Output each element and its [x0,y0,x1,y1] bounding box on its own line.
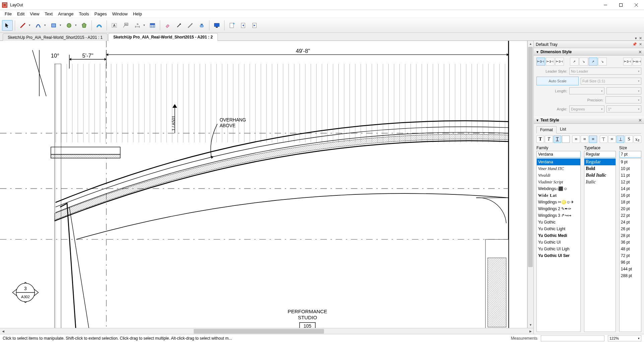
dim-gap-icon[interactable]: ⊢3⊣ [623,58,632,66]
valign-top-button[interactable]: ⊤ [600,136,607,143]
select-tool[interactable] [2,20,13,31]
subtab-format[interactable]: Format [536,126,557,134]
size-option[interactable]: 9 pt [620,159,641,165]
family-option[interactable]: Yu Gothic UI Ser [537,252,580,259]
dim-align-perp-icon[interactable]: ↘ [598,58,607,66]
dim-text-above-icon[interactable]: ⊢3⊣ [536,58,545,66]
split-tool[interactable] [185,20,196,31]
angle-prec-select[interactable]: 1° [606,105,642,112]
size-option[interactable]: 12 pt [620,179,641,185]
join-tool[interactable] [196,20,207,31]
panel-dimension-style-header[interactable]: ▼ Dimension Style ✕ [534,48,644,56]
menu-help[interactable]: Help [130,10,145,17]
dim-text-center-icon[interactable]: ⊢3⊣ [546,58,555,66]
strikethrough-button[interactable]: S [625,136,633,143]
family-option[interactable]: Verdana [537,159,580,165]
scroll-down-icon[interactable]: ▼ [528,322,533,328]
size-option[interactable]: 14 pt [620,185,641,192]
size-option[interactable]: 16 pt [620,192,641,199]
menu-text[interactable]: Text [42,10,55,17]
size-option[interactable]: 10 pt [620,165,641,172]
precision-select[interactable] [605,96,641,103]
family-option[interactable]: Yu Gothic UI [537,239,580,246]
family-option[interactable]: Vivaldi [537,172,580,179]
polygon-tool[interactable] [79,20,89,31]
menu-window[interactable]: Window [110,10,130,17]
color-button[interactable] [562,136,570,143]
tray-header[interactable]: Default Tray 📌✕ [534,41,644,48]
arc-tool[interactable] [33,20,47,31]
drawing-canvas[interactable]: 3 A302 OVERHANG ABOVE 1 / A501 P [0,41,527,328]
circle-tool[interactable] [63,20,78,31]
menu-edit[interactable]: Edit [14,10,27,17]
menu-view[interactable]: View [27,10,42,17]
dimension-tool[interactable] [132,20,146,31]
underline-button[interactable]: T [554,136,561,143]
scroll-up-icon[interactable]: ▲ [528,41,533,47]
text-tool[interactable]: A [109,20,120,31]
typeface-option[interactable]: Regular [584,159,616,165]
family-option[interactable]: Wingdings 3 ↱↪↣ [537,212,580,219]
maximize-button[interactable] [613,0,629,10]
leader-style-select[interactable]: No Leader [569,68,641,75]
family-option[interactable]: Webdings⌂⬛☺ [537,185,580,192]
size-option[interactable]: 144 pt [620,266,641,272]
dim-align-v-icon[interactable]: ↘ [579,58,588,66]
table-tool[interactable] [147,20,158,31]
minimize-button[interactable] [598,0,613,10]
subscript-button[interactable]: x₂ [634,136,641,143]
vertical-scrollbar[interactable]: ▲ ▼ [527,41,533,328]
family-option[interactable]: Yu Gothic Medi [537,232,580,239]
bold-button[interactable]: T [536,136,544,143]
size-option[interactable]: 24 pt [620,219,641,226]
size-option[interactable]: 96 pt [620,259,641,266]
scrollbar-thumb[interactable] [528,47,533,267]
add-page-tool[interactable]: + [227,20,237,31]
align-center-button[interactable]: ≡ [581,136,588,143]
close-button[interactable] [629,0,644,10]
document-tab-active[interactable]: SketchUp Pro_AIA_Real-World_Short2015 - … [108,33,218,41]
horizontal-scrollbar[interactable]: ◀ ▶ [0,328,533,334]
family-option[interactable]: Vladimir Script [537,179,580,185]
tab-dropdown-icon[interactable]: ▾ [635,36,637,40]
next-page-tool[interactable] [249,20,260,31]
dim-ext-icon[interactable]: ⊢m⊣ [633,58,641,66]
menu-arrange[interactable]: Arrange [55,10,76,17]
size-option[interactable]: 18 pt [620,199,641,205]
scroll-left-icon[interactable]: ◀ [0,329,6,334]
rectangle-tool[interactable] [48,20,63,31]
typeface-list[interactable]: RegularBoldBold ItalicItalic [584,158,616,332]
dim-text-below-icon[interactable]: ⊢3⊣ [555,58,564,66]
size-option[interactable]: 11 pt [620,172,641,179]
valign-mid-button[interactable]: ≡ [608,136,616,143]
menu-pages[interactable]: Pages [92,10,110,17]
scrollbar-thumb[interactable] [194,329,324,334]
typeface-option[interactable]: Bold Italic [584,172,616,179]
align-right-button[interactable]: ≡ [589,136,597,143]
document-tab[interactable]: SketchUp Pro_AIA_Real-World_Short2015 - … [3,33,108,41]
panel-text-style-header[interactable]: ▼ Text Style ✕ [534,116,644,124]
family-option[interactable]: Wide Lat [537,192,580,199]
dim-align-auto-icon[interactable]: ↗ [589,58,597,66]
size-input[interactable] [619,151,641,158]
pin-icon[interactable]: 📌 [632,42,637,47]
typeface-option[interactable]: Italic [584,179,616,185]
subtab-list[interactable]: List [557,126,570,133]
typeface-input[interactable] [584,151,616,158]
valign-bot-button[interactable]: ⊥ [617,136,624,143]
zoom-select[interactable]: 122% [608,335,641,341]
panel-close-icon[interactable]: ✕ [638,118,642,123]
length-prec-select[interactable] [606,87,642,94]
measurements-input[interactable] [541,335,604,341]
tab-close-icon[interactable]: ✕ [639,36,642,40]
size-option[interactable]: 26 pt [620,226,641,232]
scroll-right-icon[interactable]: ▶ [527,329,533,334]
panel-close-icon[interactable]: ✕ [638,50,642,55]
family-list[interactable]: VerdanaViner Hand ITCVivaldiVladimir Scr… [536,158,581,332]
angle-unit-select[interactable]: Degrees [569,105,604,112]
style-tool[interactable] [174,20,184,31]
family-option[interactable]: Viner Hand ITC [537,165,580,172]
family-option[interactable]: Yu Gothic Light [537,226,580,232]
eraser-tool[interactable] [162,20,173,31]
size-option[interactable]: 28 pt [620,232,641,239]
